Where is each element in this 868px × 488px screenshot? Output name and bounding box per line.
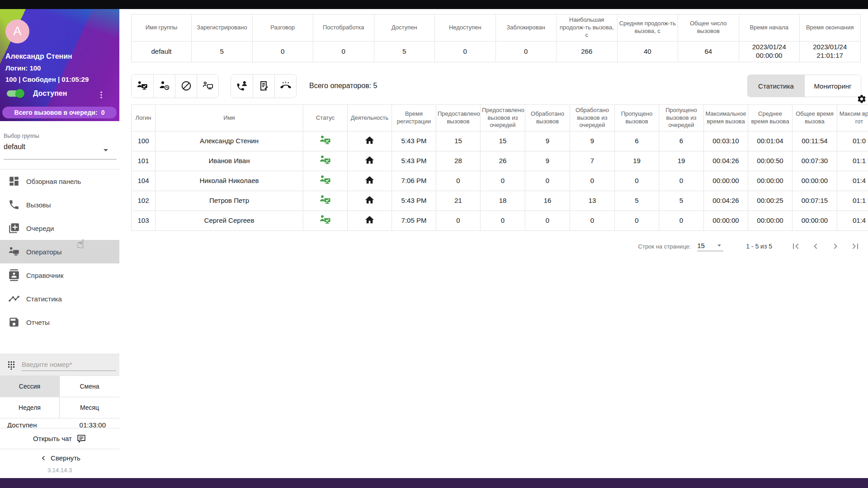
operator-stat-cell: 00:00:25 [748,191,793,211]
main-content: Имя группыЗарегистрированоРазговорПостоб… [119,9,868,478]
group-table-header-row: Имя группыЗарегистрированоРазговорПостоб… [132,14,861,42]
home-icon [364,135,375,145]
operators-col-header: Обработано вызовов из очередей [570,104,615,131]
call-end-icon [280,80,292,92]
operators-table: ЛогинИмяСтатусДеятельностьВремя регистра… [131,104,868,231]
operators-table-wrap: ЛогинИмяСтатусДеятельностьВремя регистра… [119,104,868,231]
operator-available-icon [319,214,331,226]
open-chat-button[interactable]: Открыть чат [0,428,119,449]
operator-stat-cell: 0 [570,211,615,231]
operator-logout-icon [202,80,214,92]
tab-monitoring[interactable]: Мониторинг [804,75,861,97]
operator-row[interactable]: 102Петров Петр5:43 PM211816135500:04:260… [132,191,868,211]
sidebar-item-statistics[interactable]: Статистика [0,287,119,310]
operators-col-header: Время регистрации [392,104,436,131]
operator-stat-cell: 0 [436,211,481,231]
operator-stat-cell: 0 [659,211,704,231]
operator-status-cell [303,151,348,171]
operator-stat-cell: 00:00:50 [748,151,793,171]
first-page-button[interactable] [790,241,801,252]
operator-stat-cell: 01:4 [837,171,868,191]
operator-login: 103 [132,211,156,231]
operator-pause-icon [159,80,170,92]
operator-stat-cell: 01:0 [837,131,868,151]
settings-gear-icon[interactable] [857,94,867,104]
collapse-sidebar-button[interactable]: Свернуть [0,449,119,467]
chevron-down-icon[interactable] [100,145,111,155]
phone-number-input[interactable] [22,359,116,371]
sidebar-item-label: Статистика [26,295,62,303]
sidebar-item-reports[interactable]: Отчеты [0,310,119,334]
tab-week[interactable]: Неделя [0,397,60,418]
operator-stat-cell: 00:07:30 [793,151,837,171]
operator-stat-cell: 0 [615,211,659,231]
user-status-line: 100 | Свободен | 01:05:29 [5,75,89,83]
chevron-left-icon [39,454,48,463]
operator-stat-cell: 19 [615,151,659,171]
tab-statistics[interactable]: Статистика [748,75,804,97]
chevron-right-button[interactable] [830,241,841,252]
call-end-button[interactable] [274,75,296,98]
chevron-right-icon [830,241,841,252]
chevron-left-button[interactable] [810,241,821,252]
operator-available-icon [319,134,331,146]
sidebar-item-calls[interactable]: Вызовы [0,193,119,216]
operators-icon [8,246,20,258]
group-cell: 64 [678,41,739,62]
operators-col-header: Предоставлено вызовов из очередей [481,104,525,131]
first-page-icon [790,241,801,252]
operator-stat-cell: 5:43 PM [392,191,436,211]
group-col-header: Зарегистрировано [192,14,253,42]
operator-stat-cell: 01:1 [837,191,868,211]
pagination-nav [790,241,861,252]
group-select-label: Выбор группы [4,133,119,139]
tab-session[interactable]: Сессия [0,375,60,397]
operator-stat-cell: 5:43 PM [392,151,436,171]
operator-row[interactable]: 103Сергей Сергеев7:05 PM00000000:00:0000… [132,211,868,231]
sidebar-item-dashboard[interactable]: Обзорная панель [0,169,119,193]
operator-block-icon [180,80,192,92]
pagination: Строк на странице: 15 1 - 5 из 5 [119,241,861,252]
operator-block-button[interactable] [175,75,197,98]
operator-name: Александр Стенин [156,131,303,151]
sidebar-item-label: Отчеты [26,319,50,326]
operator-row[interactable]: 100Александр Стенин5:43 PM1515996600:03:… [132,131,868,151]
operator-name: Николай Николаев [156,171,303,191]
tab-month[interactable]: Месяц [60,397,119,418]
operators-col-header: Деятельность [348,104,392,131]
timeline-icon [8,293,20,305]
group-summary-table: Имя группыЗарегистрированоРазговорПостоб… [131,14,861,62]
tab-shift[interactable]: Смена [60,375,119,397]
group-select[interactable]: Выбор группы default [0,121,119,169]
group-cell: 266 [557,41,618,62]
dashboard-icon [8,175,20,187]
group-col-header: Средняя продолж-ть вызова, с [617,14,678,42]
operators-col-header: Имя [156,104,303,131]
dialpad-icon[interactable] [6,360,16,370]
note-edit-button[interactable] [253,75,274,98]
sidebar-item-queues[interactable]: Очереди [0,216,119,240]
rows-per-page-select[interactable]: 15 [697,241,723,251]
sidebar-item-operators[interactable]: Операторы [0,240,119,263]
operator-available-icon [319,154,331,166]
operator-row[interactable]: 101Иванов Иван5:43 PM282697191900:04:260… [132,151,868,171]
availability-toggle[interactable] [7,90,23,97]
operator-activity-cell [348,151,392,171]
operator-name: Сергей Сергеев [156,211,303,231]
sidebar-item-directory[interactable]: Справочник [0,263,119,287]
more-vert-icon[interactable] [97,90,106,99]
operator-stat-cell: 00:00:00 [748,171,793,191]
operator-activity-cell [348,171,392,191]
operator-stat-cell: 26 [481,151,525,171]
group-cell: 0 [252,41,313,62]
operator-stat-cell: 01:1 [837,151,868,171]
call-operator-button[interactable] [231,75,253,98]
operator-activity-cell [348,211,392,231]
operator-pause-button[interactable] [153,75,175,98]
last-page-button[interactable] [850,241,861,252]
operator-logout-button[interactable] [197,75,218,98]
operator-row[interactable]: 104Николай Николаев7:06 PM00000000:00:00… [132,171,868,191]
view-tabs: СтатистикаМониторинг [747,75,861,97]
operator-stat-cell: 00:04:26 [704,151,748,171]
operator-available-button[interactable] [132,75,153,98]
